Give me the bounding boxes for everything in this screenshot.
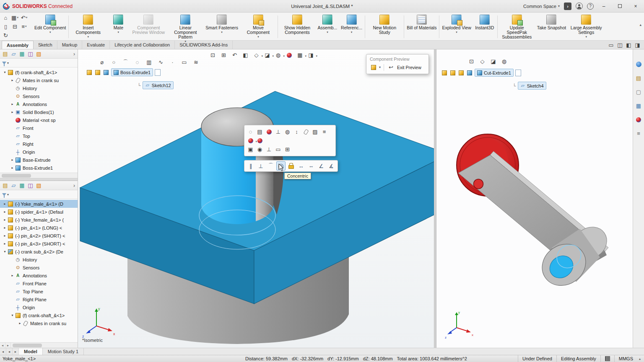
feature-extrude-icon[interactable] <box>102 69 109 76</box>
tree-item[interactable]: Origin <box>0 303 78 311</box>
tree-item[interactable]: Right <box>0 140 78 148</box>
panel-splitter[interactable] <box>0 178 78 181</box>
ribbon-button[interactable]: Large Assembly Settings ▾ <box>568 13 605 40</box>
pane-left-icon[interactable] <box>625 41 633 49</box>
sketch-pattern-icon[interactable] <box>145 58 153 66</box>
chevron-down-icon[interactable]: ▾ <box>118 31 119 34</box>
smart-dimension-icon[interactable] <box>98 58 106 66</box>
tree-item[interactable]: Top <box>0 132 78 140</box>
select-other-icon[interactable] <box>247 128 254 136</box>
chevron-down-icon[interactable]: ▾ <box>257 35 259 39</box>
design-library-icon[interactable] <box>635 74 643 82</box>
crank-pin[interactable] <box>474 179 483 189</box>
ribbon-button[interactable]: New Motion Study <box>366 13 403 40</box>
part-crank-icon[interactable] <box>94 69 101 76</box>
featuremanager-icon[interactable] <box>1 50 9 58</box>
close-button[interactable]: × <box>630 2 641 11</box>
breadcrumb-chip-feature[interactable]: Cut-Extrude1 <box>475 69 514 77</box>
command-tab[interactable]: Evaluate <box>82 41 110 49</box>
breadcrumb-chip-feature[interactable]: Boss-Extrude1 <box>111 68 153 76</box>
document-sheet-icon[interactable] <box>155 69 161 76</box>
advanced-mates-icon[interactable] <box>327 161 336 171</box>
sketch-point-icon[interactable] <box>169 58 177 66</box>
new-icon[interactable] <box>2 23 10 31</box>
chevron-down-icon[interactable]: ▾ <box>585 35 587 39</box>
user-account-icon[interactable] <box>576 3 583 10</box>
ribbon-button[interactable]: Assemb... ▾ <box>316 13 339 40</box>
propertymanager-icon[interactable] <box>10 50 18 58</box>
expand-panel-arrow[interactable]: › <box>72 51 76 57</box>
tree-item[interactable]: Origin <box>0 148 78 156</box>
scroll-left-icon[interactable]: ◄ <box>0 343 5 348</box>
tree-item[interactable]: Front Plane <box>0 279 78 287</box>
insert-component-icon[interactable] <box>283 145 291 153</box>
expand-arrow-icon[interactable]: ▸ <box>18 321 22 325</box>
save-icon[interactable]: ▾ <box>11 14 19 22</box>
tree-item[interactable]: ▾ (f) crank-shaft_&<1> <box>0 68 78 76</box>
ribbon-button[interactable]: Component Preview Window <box>130 13 167 40</box>
lock-icon[interactable] <box>286 161 296 171</box>
expand-arrow-icon[interactable]: ▸ <box>3 242 7 246</box>
tree-item[interactable]: Sensors <box>0 92 78 100</box>
expand-panel-arrow[interactable]: › <box>72 183 76 189</box>
isolate-icon[interactable] <box>247 145 254 153</box>
normal-to-icon[interactable] <box>274 128 282 136</box>
tree-item[interactable]: ▸ Annotations <box>0 100 78 108</box>
zoom-fit-icon[interactable] <box>209 51 217 59</box>
view-palette-icon[interactable] <box>635 102 643 110</box>
scrollbar-thumb[interactable] <box>2 174 31 178</box>
open-part-icon[interactable] <box>274 145 282 153</box>
chevron-down-icon[interactable]: ▾ <box>185 40 187 43</box>
document-tab[interactable]: Model <box>19 348 43 355</box>
component-preview-viewport[interactable]: Cut-Extrude1 └ Sketch4 y x z <box>436 49 633 348</box>
tab-scroll-icon[interactable]: ◄ <box>6 348 13 355</box>
tree-item[interactable]: ▾ (f) crank-shaft_&<1> <box>0 311 78 319</box>
appearances-scenes-icon[interactable] <box>635 116 643 124</box>
expand-arrow-icon[interactable]: ▸ <box>3 218 7 222</box>
statusbar-expand-icon[interactable]: ▴ <box>637 357 642 361</box>
convert-entities-icon[interactable] <box>192 58 200 66</box>
chevron-down-icon[interactable]: ▾ <box>49 31 51 34</box>
tree-item[interactable]: Front <box>0 124 78 132</box>
tree-item[interactable]: ▸ (-) pin_&<3> (SHORT) < <box>0 240 78 248</box>
featuremanager-icon[interactable] <box>1 181 9 189</box>
tree-item[interactable]: History <box>0 256 78 264</box>
common-space-selector[interactable]: Common Space ▾ <box>523 4 560 9</box>
filter-icon[interactable] <box>2 62 6 65</box>
apply-scene-icon[interactable]: ▾ <box>296 51 304 59</box>
expand-arrow-icon[interactable]: ▾ <box>3 250 7 253</box>
ribbon-button[interactable]: Smart Fasteners ▾ <box>204 13 240 40</box>
sketch-spline-icon[interactable] <box>157 58 165 66</box>
exit-preview-button[interactable]: Exit Preview <box>397 65 421 70</box>
ribbon-button[interactable]: Exploded View ▾ <box>440 13 473 40</box>
expand-arrow-icon[interactable]: ▾ <box>3 70 7 74</box>
command-tab[interactable]: Assembly <box>2 41 34 49</box>
file-explorer-icon[interactable] <box>635 88 643 96</box>
measure-icon[interactable] <box>293 128 301 136</box>
return-arrow-icon[interactable]: ↩ <box>387 63 395 71</box>
ribbon-button[interactable]: Instant3D <box>473 13 496 40</box>
section-view-icon[interactable] <box>242 51 249 59</box>
tree-item[interactable]: ▾ (-) crank sub_&<2> (De <box>0 248 78 256</box>
scrollbar-thumb[interactable] <box>13 344 42 347</box>
expand-arrow-icon[interactable]: ▸ <box>3 210 7 214</box>
tree-item[interactable]: History <box>0 84 78 92</box>
tree-item[interactable]: ▸ (-) Yoke_female_&<1> ( <box>0 216 78 224</box>
tree-item[interactable]: ▸ Annotations <box>0 272 78 279</box>
tab-scroll-icon[interactable]: ◄ <box>0 348 6 355</box>
document-tab[interactable]: Motion Study 1 <box>43 348 84 355</box>
part-icon[interactable] <box>449 69 456 76</box>
minimize-button[interactable]: – <box>598 2 610 11</box>
units-selector[interactable]: MMGS <box>614 355 637 362</box>
sketch-circle-icon[interactable] <box>110 58 118 66</box>
propertymanager-icon[interactable] <box>10 181 18 189</box>
component-icon[interactable] <box>370 64 377 71</box>
home-icon[interactable] <box>2 14 10 22</box>
previous-view-icon[interactable] <box>231 51 239 59</box>
displaymanager-icon[interactable] <box>35 181 43 189</box>
sketch-slot-icon[interactable] <box>180 58 188 66</box>
command-tab[interactable]: Lifecycle and Collaboration <box>110 41 175 49</box>
expand-arrow-icon[interactable]: ▸ <box>3 226 7 230</box>
angle-icon[interactable] <box>317 161 326 171</box>
configurationmanager-icon[interactable] <box>18 181 26 189</box>
